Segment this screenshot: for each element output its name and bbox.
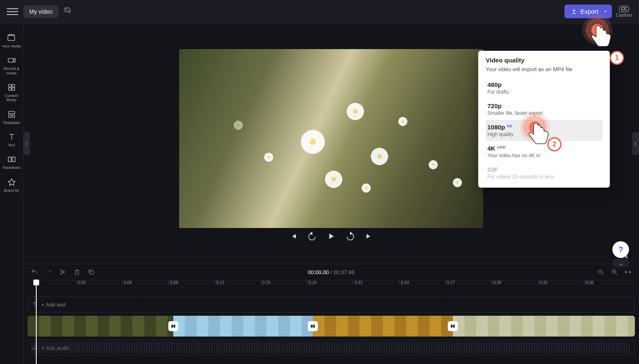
zoom-out-icon[interactable] <box>597 268 605 276</box>
svg-rect-14 <box>90 271 93 274</box>
skip-back-icon[interactable] <box>288 231 298 241</box>
svg-rect-5 <box>8 88 11 90</box>
video-clip[interactable] <box>313 316 452 337</box>
svg-rect-2 <box>8 59 13 62</box>
export-button[interactable]: Export <box>564 5 612 18</box>
sidebar-item-label: Content library <box>0 94 23 102</box>
sidebar-item-transitions[interactable]: Transitions <box>2 155 21 170</box>
sidebar-item-label: Brand kit <box>4 188 19 193</box>
quality-option-1080p[interactable]: 1080pHD High quality <box>486 120 602 141</box>
ruler-tick: 0:12 <box>215 280 224 285</box>
ruler-tick: 0:36 <box>584 280 594 285</box>
sidebar-item-content-library[interactable]: Content library <box>0 83 23 102</box>
sidebar: Your media Record & create Content libra… <box>0 23 23 364</box>
svg-rect-7 <box>8 111 15 114</box>
expand-right-panel[interactable]: ‹ <box>632 132 639 155</box>
ruler-tick: 0:33 <box>538 280 547 285</box>
svg-rect-8 <box>8 115 11 117</box>
video-preview[interactable] <box>179 49 483 228</box>
play-icon[interactable] <box>326 231 336 241</box>
timeline: 00:00.00 / 00:37.86 0:03 0:06 0:09 0:12 … <box>23 264 639 364</box>
export-button-label: Export <box>580 8 598 15</box>
sidebar-item-brand-kit[interactable]: Brand kit <box>4 178 19 193</box>
sidebar-item-templates[interactable]: Templates <box>3 110 20 125</box>
quality-option-gif[interactable]: GIF For videos 15 seconds or less <box>486 162 602 183</box>
quality-option-4k[interactable]: 4KUHD Your video has no 4K m <box>486 141 602 162</box>
sidebar-item-your-media[interactable]: Your media <box>2 33 21 48</box>
undo-icon[interactable] <box>31 268 38 276</box>
expand-left-panel[interactable]: › <box>23 132 30 155</box>
sidebar-item-label: Transitions <box>2 166 21 170</box>
ruler-tick: 0:09 <box>168 280 178 285</box>
svg-rect-9 <box>12 115 15 117</box>
svg-point-12 <box>61 270 62 271</box>
skip-forward-icon[interactable] <box>364 231 374 241</box>
help-button[interactable]: ? <box>612 241 629 258</box>
playhead[interactable] <box>33 280 39 285</box>
svg-rect-6 <box>12 88 14 90</box>
fit-timeline-icon[interactable] <box>624 268 632 276</box>
video-clip[interactable] <box>173 316 313 337</box>
export-menu-title: Video quality <box>486 57 602 64</box>
sidebar-item-label: Your media <box>2 44 21 48</box>
transition-icon[interactable] <box>448 321 458 331</box>
player-controls <box>288 231 374 241</box>
sidebar-item-label: Templates <box>3 121 20 125</box>
ruler-tick: 0:27 <box>445 280 455 285</box>
forward-10-icon[interactable] <box>345 231 355 241</box>
cloud-off-icon <box>63 6 72 17</box>
sidebar-item-text[interactable]: Text <box>7 132 16 147</box>
quality-option-480p[interactable]: 480p For drafts <box>486 77 602 99</box>
svg-rect-11 <box>12 157 15 162</box>
duplicate-icon[interactable] <box>87 268 95 276</box>
svg-rect-4 <box>12 84 14 87</box>
quality-option-720p[interactable]: 720p Smaller file, faster export <box>486 99 602 120</box>
delete-icon[interactable] <box>73 268 81 276</box>
ruler-tick: 0:30 <box>492 280 501 285</box>
svg-rect-10 <box>8 157 11 162</box>
sidebar-item-record-create[interactable]: Record & create <box>0 56 23 75</box>
redo-icon[interactable] <box>45 268 52 276</box>
transition-icon[interactable] <box>308 321 318 331</box>
ruler-tick: 0:03 <box>76 280 86 285</box>
transition-icon[interactable] <box>168 321 178 331</box>
video-track[interactable] <box>27 316 635 337</box>
zoom-in-icon[interactable] <box>611 268 618 276</box>
top-bar: My video Export CC Captions <box>0 0 639 23</box>
timeline-ruler[interactable]: 0:03 0:06 0:09 0:12 0:15 0:18 0:21 0:24 … <box>27 280 635 292</box>
ruler-tick: 0:24 <box>399 280 409 285</box>
svg-rect-3 <box>8 84 11 87</box>
split-icon[interactable] <box>59 268 67 276</box>
ruler-tick: 0:06 <box>122 280 132 285</box>
cc-icon: CC <box>619 6 629 12</box>
sidebar-item-label: Record & create <box>0 67 23 75</box>
export-quality-menu: Video quality Your video will export as … <box>478 51 610 188</box>
preview-area: › ‹ <box>23 23 639 264</box>
menu-icon[interactable] <box>7 6 18 17</box>
ruler-tick: 0:15 <box>261 280 270 285</box>
captions-label: Captions <box>616 13 632 17</box>
captions-button[interactable]: CC Captions <box>616 6 632 17</box>
ruler-tick: 0:18 <box>307 280 317 285</box>
add-text-label: + Add text <box>41 302 65 308</box>
audio-track[interactable]: + Add audio <box>27 340 635 356</box>
ruler-tick: 0:21 <box>353 280 362 285</box>
project-title[interactable]: My video <box>23 5 58 18</box>
sidebar-item-label: Text <box>8 143 15 147</box>
text-track[interactable]: + Add text <box>27 297 635 312</box>
export-menu-subtitle: Your video will export as an MP4 file <box>486 66 602 72</box>
svg-rect-1 <box>8 36 15 41</box>
video-clip[interactable] <box>27 316 173 337</box>
rewind-10-icon[interactable] <box>307 231 317 241</box>
svg-point-13 <box>61 273 62 274</box>
video-clip[interactable] <box>453 316 635 337</box>
timeline-timestamp: 00:00.00 / 00:37.86 <box>308 269 354 275</box>
